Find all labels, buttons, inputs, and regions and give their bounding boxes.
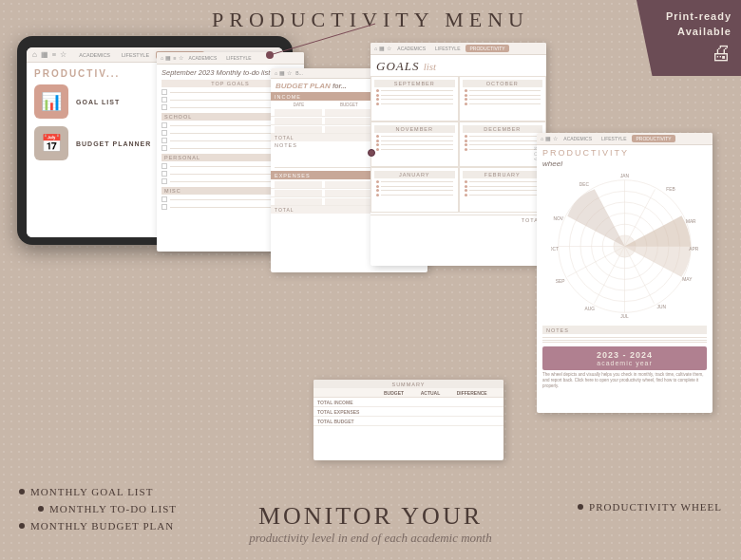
col-budget: BUDGET	[325, 103, 373, 107]
goals-tab-productivity[interactable]: PRODUCTIVITY	[466, 45, 508, 52]
sep-tab-lifestyle[interactable]: LIFESTYLE	[222, 54, 255, 62]
dot-row	[465, 135, 542, 138]
january-box: JANUARY	[370, 167, 459, 213]
star-icon-small: ☆	[179, 55, 183, 61]
bullet-budget-text: MONTHLY BUDGET PLAN	[30, 520, 174, 532]
print-badge: Print-ready Available 🖨	[636, 0, 741, 76]
dot-row	[376, 143, 453, 146]
goals-title-area: GOALS list	[370, 55, 546, 74]
expenses-row-label: TOTAL EXPENSES	[314, 407, 380, 417]
academic-year-text: academic year	[548, 360, 701, 366]
menu-icon: ≡	[52, 50, 57, 59]
november-label: NOVEMBER	[374, 125, 455, 133]
expenses-actual-val	[417, 407, 453, 417]
wheel-tab-academics[interactable]: ACADEMICS	[560, 135, 596, 142]
summary-row-expenses: TOTAL EXPENSES	[314, 407, 504, 417]
january-label: JANUARY	[374, 171, 455, 178]
bullet-dot	[19, 523, 25, 529]
dot-row	[465, 140, 542, 142]
checkbox[interactable]	[162, 196, 167, 202]
svg-text:MAR: MAR	[686, 219, 696, 224]
summary-row-income: TOTAL INCOME	[314, 398, 504, 407]
grid-icon-small: ▦	[545, 136, 551, 141]
wheel-tab-productivity[interactable]: PRODUCTIVITY	[632, 135, 674, 142]
checkbox[interactable]	[162, 97, 167, 103]
col-difference: DIFFERENCE	[453, 388, 504, 398]
print-badge-line2: Available	[677, 26, 732, 37]
checkbox[interactable]	[162, 122, 167, 128]
goals-list-doc: ⌂ ▦ ☆ ACADEMICS LIFESTYLE PRODUCTIVITY G…	[370, 43, 546, 266]
grid-icon-small: ▦	[279, 70, 285, 76]
budget-actual-val	[417, 417, 453, 426]
bullet-productivity-wheel: PRODUCTIVITY WHEEL	[578, 501, 722, 513]
total-label: TOTAL	[275, 135, 372, 140]
star-icon-small: ☆	[553, 136, 558, 141]
checkbox[interactable]	[162, 204, 167, 210]
february-box: FEBRUARY	[459, 167, 547, 213]
grid-icon-small: ▦	[165, 55, 171, 61]
goal-list-label: GOAL LIST	[76, 99, 120, 105]
svg-text:MAY: MAY	[682, 277, 693, 282]
checkbox[interactable]	[162, 171, 167, 177]
summary-row-budget: TOTAL BUDGET	[314, 417, 504, 426]
goals-tab-lifestyle[interactable]: LIFESTYLE	[431, 45, 464, 52]
february-label: FEBRUARY	[463, 171, 543, 178]
tab-lifestyle[interactable]: LIFESTYLE	[117, 51, 154, 59]
checkbox[interactable]	[162, 138, 167, 143]
dot-row	[376, 98, 453, 101]
print-badge-line1: Print-ready	[666, 10, 732, 22]
chart-icon: 📊	[41, 91, 62, 112]
checkbox[interactable]	[162, 130, 167, 136]
printer-icon: 🖨	[711, 41, 732, 65]
svg-text:NOV: NOV	[554, 216, 564, 221]
dot-row	[376, 194, 453, 196]
notes-line	[542, 337, 707, 338]
checkbox[interactable]	[162, 178, 167, 184]
productivity-wheel-doc: ⌂ ▦ ☆ ACADEMICS LIFESTYLE PRODUCTIVITY P…	[537, 133, 712, 413]
dot-row	[465, 94, 542, 97]
dot-row	[376, 135, 453, 138]
home-icon-small: ⌂	[161, 55, 163, 61]
dot-row	[465, 194, 542, 196]
wheel-tab-lifestyle[interactable]: LIFESTYLE	[598, 135, 630, 142]
dot-row	[465, 143, 542, 146]
october-box: OCTOBER	[459, 76, 547, 121]
star-icon: ☆	[60, 50, 66, 59]
svg-text:APR: APR	[689, 247, 698, 252]
wheel-description: The wheel depicts and visually helps you…	[537, 372, 712, 390]
expenses-diff-val	[453, 407, 504, 417]
svg-text:SEP: SEP	[556, 279, 565, 284]
notes-line	[542, 340, 707, 341]
monitor-your-title: MONITOR YOUR	[228, 503, 513, 531]
dot-row	[376, 185, 453, 188]
goals-tab-academics[interactable]: ACADEMICS	[393, 45, 429, 52]
goals-main-title: GOALS	[376, 59, 424, 73]
goals-header-nav: ⌂ ▦ ☆ ACADEMICS LIFESTYLE PRODUCTIVITY	[370, 43, 546, 55]
sep-doc-nav: ⌂ ▦ ≡ ☆ ACADEMICS LIFESTYLE	[157, 52, 304, 65]
dot-row	[376, 89, 453, 92]
wheel-subtitle: wheel	[537, 159, 712, 171]
budget-planner-icon-box: 📅	[34, 126, 68, 160]
checkbox[interactable]	[162, 104, 167, 110]
checkbox[interactable]	[162, 89, 167, 95]
dot-row	[465, 98, 542, 101]
budget-planner-label: BUDGET PLANNER	[76, 140, 151, 147]
tab-academics[interactable]: ACADEMICS	[74, 51, 115, 59]
svg-text:JAN: JAN	[620, 174, 630, 178]
checkbox[interactable]	[162, 145, 167, 151]
bullet-todo-list: MONTHLY TO-DO LIST	[38, 503, 177, 514]
dot-row	[376, 103, 453, 105]
star-icon-small: ☆	[387, 46, 391, 51]
wheel-nav-bar: ⌂ ▦ ☆ ACADEMICS LIFESTYLE PRODUCTIVITY	[537, 133, 712, 145]
checkbox[interactable]	[162, 163, 167, 169]
bullet-budget-plan: MONTHLY BUDGET PLAN	[19, 520, 177, 532]
sep-tab-academics[interactable]: ACADEMICS	[185, 54, 221, 62]
dot-row	[376, 148, 453, 151]
income-row-label: TOTAL INCOME	[314, 398, 380, 407]
september-label: SEPTEMBER	[374, 80, 455, 87]
november-box: NOVEMBER	[370, 121, 459, 167]
goals-months-grid: SEPTEMBER OCTOBER NOVEMBER DECEMBER	[370, 76, 546, 213]
svg-line-13	[567, 247, 624, 277]
wheel-notes-section: NOTES	[542, 326, 707, 343]
dot-row	[376, 180, 453, 183]
